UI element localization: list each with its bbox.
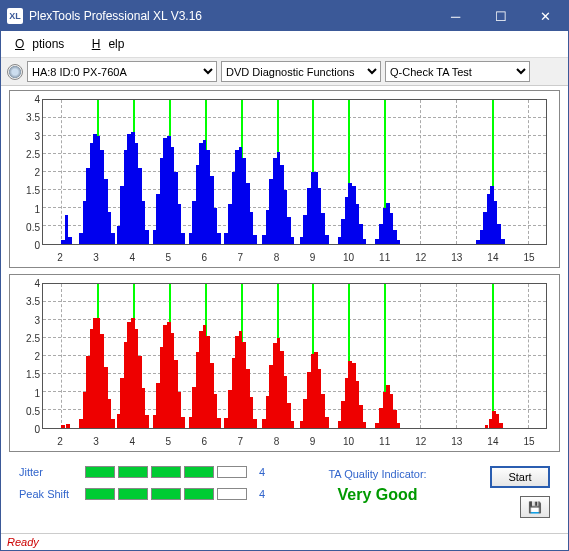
- menu-options[interactable]: Options: [7, 33, 80, 55]
- window-title: PlexTools Professional XL V3.16: [29, 9, 433, 23]
- bottom-panel: Jitter 4 Peak Shift 4 TA Quality Indicat…: [9, 458, 560, 524]
- app-icon: XL: [7, 8, 23, 24]
- peak-shift-bars: [85, 488, 247, 500]
- jitter-row: Jitter 4: [19, 466, 265, 478]
- test-select[interactable]: Q-Check TA Test: [385, 61, 530, 82]
- disc-icon: [7, 64, 23, 80]
- drive-select[interactable]: HA:8 ID:0 PX-760A: [27, 61, 217, 82]
- close-button[interactable]: ✕: [523, 1, 568, 31]
- titlebar: XL PlexTools Professional XL V3.16 ─ ☐ ✕: [1, 1, 568, 31]
- save-icon: 💾: [528, 501, 542, 514]
- save-button[interactable]: 💾: [520, 496, 550, 518]
- jitter-bars: [85, 466, 247, 478]
- peak-shift-label: Peak Shift: [19, 488, 77, 500]
- maximize-button[interactable]: ☐: [478, 1, 523, 31]
- chart-pits: 00.511.522.533.5423456789101112131415: [9, 90, 560, 268]
- toolbar: HA:8 ID:0 PX-760A DVD Diagnostic Functio…: [1, 58, 568, 86]
- chart-area: 00.511.522.533.5423456789101112131415 00…: [1, 86, 568, 533]
- jitter-label: Jitter: [19, 466, 77, 478]
- statusbar: Ready: [1, 533, 568, 550]
- chart-lands: 00.511.522.533.5423456789101112131415: [9, 274, 560, 452]
- quality-indicator: TA Quality Indicator: Very Good: [277, 466, 478, 504]
- menu-help[interactable]: Help: [84, 33, 141, 55]
- menubar: Options Help: [1, 31, 568, 58]
- peak-shift-row: Peak Shift 4: [19, 488, 265, 500]
- minimize-button[interactable]: ─: [433, 1, 478, 31]
- quality-label: TA Quality Indicator:: [277, 468, 478, 480]
- peak-shift-value: 4: [259, 488, 265, 500]
- metrics: Jitter 4 Peak Shift 4: [19, 466, 265, 500]
- function-select[interactable]: DVD Diagnostic Functions: [221, 61, 381, 82]
- jitter-value: 4: [259, 466, 265, 478]
- quality-value: Very Good: [277, 486, 478, 504]
- actions: Start 💾: [490, 466, 550, 518]
- start-button[interactable]: Start: [490, 466, 550, 488]
